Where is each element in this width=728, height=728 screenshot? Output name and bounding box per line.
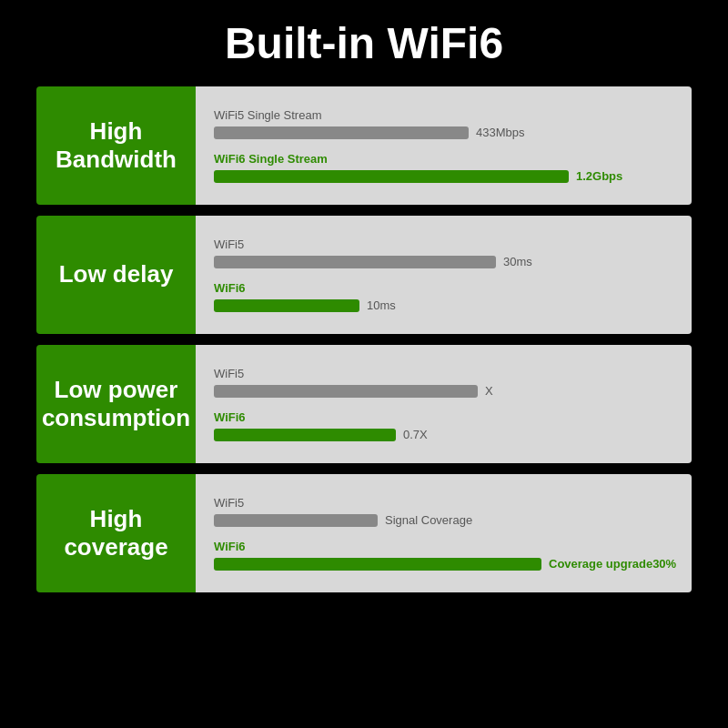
card-content-high-bandwidth: WiFi5 Single Stream433MbpsWiFi6 Single S… [196,86,692,205]
bar-fill-wifi5-delay [214,256,496,268]
card-label-text-low-delay: Low delay [59,260,174,288]
bar-fill-wifi6-coverage [214,558,541,571]
bar-row-wifi5-coverage: WiFi5Signal Coverage [214,496,676,527]
bar-track-wifi6-bandwidth: 1.2Gbps [214,169,673,183]
bar-row-wifi6-power: WiFi60.7X [214,410,673,441]
bar-label-wifi6-coverage: WiFi6 [214,540,676,553]
bar-track-wifi6-power: 0.7X [214,428,673,441]
bar-track-wifi5-coverage: Signal Coverage [214,513,676,527]
card-label-low-delay: Low delay [36,216,196,334]
card-high-coverage: High coverageWiFi5Signal CoverageWiFi6Co… [36,474,692,592]
bar-track-wifi5-power: X [214,384,673,398]
card-high-bandwidth: High BandwidthWiFi5 Single Stream433Mbps… [36,86,692,205]
bar-value-wifi6-bandwidth: 1.2Gbps [576,169,622,183]
bar-value-wifi5-delay: 30ms [503,255,532,268]
card-label-high-coverage: High coverage [36,474,196,592]
bar-fill-wifi5-power [214,385,478,398]
bar-track-wifi6-coverage: Coverage upgrade30% [214,557,676,571]
card-label-high-bandwidth: High Bandwidth [36,86,196,205]
bar-row-wifi6-delay: WiFi610ms [214,281,673,312]
card-low-delay: Low delayWiFi530msWiFi610ms [36,216,692,334]
bar-track-wifi5-delay: 30ms [214,255,673,268]
bar-label-wifi6-delay: WiFi6 [214,281,673,295]
card-content-low-delay: WiFi530msWiFi610ms [196,216,692,334]
bar-fill-wifi6-delay [214,299,359,312]
card-content-low-power: WiFi5XWiFi60.7X [196,345,692,463]
bar-fill-wifi6-power [214,429,396,441]
bar-row-wifi5-bandwidth: WiFi5 Single Stream433Mbps [214,108,673,139]
cards-container: High BandwidthWiFi5 Single Stream433Mbps… [36,86,692,592]
bar-label-wifi6-bandwidth: WiFi6 Single Stream [214,152,673,166]
bar-label-wifi5-power: WiFi5 [214,367,673,380]
card-label-text-low-power: Low power consumption [42,376,190,432]
bar-fill-wifi5-bandwidth [214,126,469,139]
bar-label-wifi5-delay: WiFi5 [214,238,673,251]
card-label-text-high-coverage: High coverage [50,505,182,561]
bar-track-wifi5-bandwidth: 433Mbps [214,126,673,139]
bar-value-wifi6-power: 0.7X [403,428,428,441]
bar-row-wifi6-coverage: WiFi6Coverage upgrade30% [214,540,676,571]
bar-row-wifi5-power: WiFi5X [214,367,673,398]
bar-fill-wifi6-bandwidth [214,170,569,183]
bar-label-wifi5-bandwidth: WiFi5 Single Stream [214,108,673,122]
page-title: Built-in WiFi6 [225,18,503,68]
card-content-high-coverage: WiFi5Signal CoverageWiFi6Coverage upgrad… [196,474,692,592]
bar-value-wifi5-coverage: Signal Coverage [385,513,472,527]
bar-value-wifi5-bandwidth: 433Mbps [476,126,524,139]
bar-track-wifi6-delay: 10ms [214,298,673,312]
card-label-text-high-bandwidth: High Bandwidth [50,117,182,174]
bar-value-wifi6-coverage: Coverage upgrade30% [549,557,676,571]
bar-row-wifi6-bandwidth: WiFi6 Single Stream1.2Gbps [214,152,673,183]
bar-value-wifi6-delay: 10ms [367,298,396,312]
card-label-low-power: Low power consumption [36,345,196,463]
bar-label-wifi6-power: WiFi6 [214,410,673,424]
card-low-power: Low power consumptionWiFi5XWiFi60.7X [36,345,692,463]
bar-value-wifi5-power: X [485,384,493,398]
bar-label-wifi5-coverage: WiFi5 [214,496,676,510]
bar-fill-wifi5-coverage [214,514,378,527]
bar-row-wifi5-delay: WiFi530ms [214,238,673,268]
